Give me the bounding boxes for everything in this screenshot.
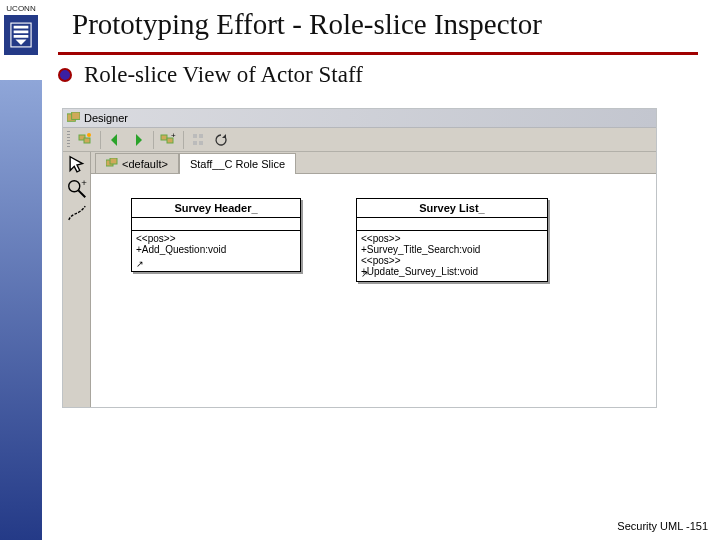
class2-name: Survey List_ [357, 199, 547, 218]
class1-ops: <<pos>> +Add_Question:void [132, 231, 300, 271]
svg-rect-12 [199, 141, 203, 145]
bullet-row: Role-slice View of Actor Staff [58, 62, 363, 88]
designer-titlebar[interactable]: Designer [63, 109, 656, 128]
svg-rect-10 [199, 134, 203, 138]
refresh-button[interactable] [210, 130, 232, 150]
tab-role-slice[interactable]: Staff__C Role Slice [179, 153, 296, 174]
title-rule [58, 52, 698, 55]
tab-default-label: <default> [122, 158, 168, 170]
designer-toolbar: + [63, 128, 656, 152]
uconn-logo: UCONN [2, 4, 40, 55]
designer-window-title: Designer [84, 112, 128, 124]
svg-rect-11 [193, 141, 197, 145]
designer-icon [67, 112, 80, 124]
svg-rect-4 [84, 138, 90, 143]
nav-forward-button[interactable] [127, 130, 149, 150]
class1-collapse-icon[interactable]: ↗ [136, 259, 144, 269]
bullet-text: Role-slice View of Actor Staff [84, 62, 363, 88]
slide-title: Prototyping Effort - Role-slice Inspecto… [72, 8, 542, 41]
tab-default-icon [106, 158, 118, 169]
tool-palette: + [63, 152, 91, 407]
designer-window: Designer + + <default> Staff__C Role [62, 108, 657, 408]
logo-strip: UCONN [0, 0, 42, 540]
class2-collapse-icon[interactable]: ↗ [361, 269, 369, 279]
new-model-button[interactable] [74, 130, 96, 150]
uconn-shield-icon [4, 15, 38, 55]
tab-role-slice-label: Staff__C Role Slice [190, 158, 285, 170]
svg-point-13 [68, 181, 79, 192]
toolbar-sep-2 [153, 131, 154, 149]
nav-back-button[interactable] [104, 130, 126, 150]
svg-text:+: + [171, 132, 176, 140]
svg-line-14 [78, 190, 85, 197]
svg-rect-9 [193, 134, 197, 138]
slide-footer: Security UML -151 [617, 520, 708, 532]
class-survey-header[interactable]: Survey Header_ <<pos>> +Add_Question:voi… [131, 198, 301, 272]
tab-default[interactable]: <default> [95, 153, 179, 173]
toolbar-grip[interactable] [67, 131, 70, 149]
bullet-icon [58, 68, 72, 82]
class-survey-list[interactable]: Survey List_ <<pos>> +Survey_Title_Searc… [356, 198, 548, 282]
class2-attr [357, 218, 547, 231]
class2-ops: <<pos>> +Survey_Title_Search:void <<pos>… [357, 231, 547, 281]
zoom-tool[interactable]: + [66, 179, 88, 199]
add-diagram-button[interactable]: + [157, 130, 179, 150]
svg-rect-2 [72, 112, 80, 119]
toolbar-sep-1 [100, 131, 101, 149]
toolbar-sep-3 [183, 131, 184, 149]
line-tool[interactable] [66, 203, 88, 223]
svg-rect-17 [110, 158, 117, 164]
diagram-tabrow: <default> Staff__C Role Slice [91, 152, 656, 174]
svg-point-5 [87, 133, 91, 137]
svg-rect-6 [161, 135, 167, 140]
view-toggle-button[interactable] [187, 130, 209, 150]
uconn-text: UCONN [6, 4, 35, 13]
class1-attr [132, 218, 300, 231]
class1-name: Survey Header_ [132, 199, 300, 218]
svg-text:+: + [81, 178, 87, 188]
pointer-tool[interactable] [66, 155, 88, 175]
diagram-canvas[interactable]: Survey Header_ <<pos>> +Add_Question:voi… [91, 174, 656, 407]
